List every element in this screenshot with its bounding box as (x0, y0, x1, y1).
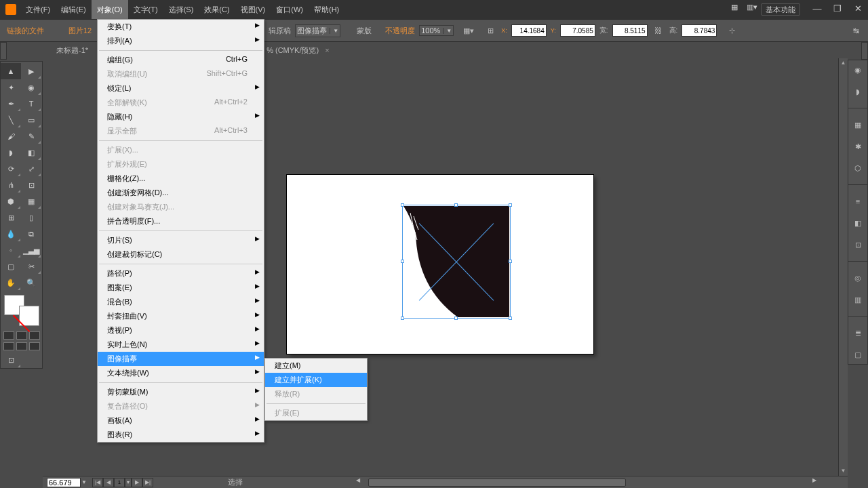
minimize-button[interactable]: — (807, 3, 827, 16)
menubar-item[interactable]: 选择(S) (163, 0, 199, 19)
color-mode-row[interactable] (1, 330, 42, 341)
menu-item[interactable]: 创建渐变网格(D)... (98, 186, 264, 200)
lasso-tool[interactable]: ◉ (21, 79, 41, 96)
first-artboard-button[interactable]: |◀ (92, 478, 103, 487)
menu-item[interactable]: 锁定(L)▶ (98, 81, 264, 96)
pen-tool[interactable]: ✒ (1, 96, 21, 112)
menu-item[interactable]: 拼合透明度(F)... (98, 214, 264, 228)
link-wh-icon[interactable]: ⛓ (652, 24, 665, 37)
object-menu[interactable]: 变换(T)▶排列(A)▶编组(G)Ctrl+G取消编组(U)Shift+Ctrl… (97, 19, 264, 443)
layers-panel-icon[interactable]: ≣ (851, 326, 865, 340)
y-input[interactable] (560, 24, 595, 37)
color-guide-panel-icon[interactable]: ◗ (851, 85, 865, 98)
free-transform-tool[interactable]: ⊡ (21, 177, 41, 193)
transparency-panel-icon[interactable]: ⊡ (851, 238, 865, 251)
rectangle-tool[interactable]: ▭ (21, 112, 41, 128)
menu-item[interactable]: 透视(P)▶ (98, 323, 264, 338)
gradient-panel-icon[interactable]: ◧ (851, 216, 865, 230)
workspace-switcher[interactable]: 基本功能 (761, 3, 800, 16)
x-input[interactable] (511, 24, 547, 37)
line-tool[interactable]: ╲ (1, 112, 21, 128)
last-artboard-button[interactable]: ▶| (142, 478, 153, 487)
scale-tool[interactable]: ⤢ (21, 161, 41, 177)
selection-tool[interactable]: ▲ (1, 63, 21, 79)
menubar-item[interactable]: 效果(C) (199, 0, 235, 19)
menubar-item[interactable]: 编辑(E) (56, 0, 92, 19)
blend-tool[interactable]: ⧉ (21, 226, 41, 242)
menu-item[interactable]: 图表(R)▶ (98, 428, 264, 442)
tab-close-icon[interactable]: × (325, 46, 329, 54)
appearance-panel-icon[interactable]: ◎ (851, 271, 865, 285)
artboard-tool[interactable]: ▢ (1, 258, 21, 274)
edit-original-button[interactable]: 辑原稿 (269, 26, 291, 36)
menu-item[interactable]: 切片(S)▶ (98, 233, 264, 247)
linked-file-label[interactable]: 链接的文件 (7, 26, 44, 36)
column-graph-tool[interactable]: ▁▃▅ (21, 242, 41, 258)
graphic-styles-panel-icon[interactable]: ▥ (851, 293, 865, 306)
perspective-grid-tool[interactable]: ▦ (21, 193, 41, 209)
left-dock-grip[interactable] (0, 42, 7, 60)
symbol-sprayer-tool[interactable]: ◦ (1, 242, 21, 258)
mesh-tool[interactable]: ⊞ (1, 209, 21, 226)
slice-tool[interactable]: ✂ (21, 258, 41, 274)
rotate-tool[interactable]: ⟳ (1, 161, 21, 177)
mask-button[interactable]: 蒙版 (357, 26, 372, 36)
eraser-tool[interactable]: ◧ (21, 144, 41, 161)
menu-item[interactable]: 封套扭曲(V)▶ (98, 309, 264, 323)
menu-item[interactable]: 编组(G)Ctrl+G (98, 53, 264, 67)
zoom-input[interactable] (47, 478, 81, 487)
image-trace-submenu[interactable]: 建立(M)建立并扩展(K)释放(R)扩展(E) (264, 358, 368, 421)
vertical-scrollbar[interactable]: ▲▼ (838, 58, 848, 476)
menu-item[interactable]: 创建裁切标记(C) (98, 247, 264, 262)
arrange-icon[interactable]: ▥▾ (743, 3, 761, 16)
gradient-tool[interactable]: ▯ (21, 209, 41, 226)
type-tool[interactable]: T (21, 96, 41, 112)
menu-item[interactable]: 图案(E)▶ (98, 281, 264, 295)
artboard-number-input[interactable]: 1 (114, 478, 125, 487)
zoom-tool[interactable]: 🔍 (21, 274, 41, 291)
menu-item[interactable]: 变换(T)▶ (98, 20, 264, 34)
direct-selection-tool[interactable]: ▶ (21, 63, 41, 79)
brushes-panel-icon[interactable]: ✱ (851, 140, 865, 153)
image-trace-dropdown[interactable]: 图像描摹▼ (295, 24, 340, 37)
horizontal-scrollbar[interactable]: ◀ ▶ (355, 477, 818, 488)
reference-point-icon[interactable]: ⊞ (484, 24, 497, 37)
color-panel-icon[interactable]: ◉ (851, 63, 865, 77)
hand-tool[interactable]: ✋ (1, 274, 21, 291)
width-tool[interactable]: ⋔ (1, 177, 21, 193)
image-label[interactable]: 图片12 (68, 26, 92, 36)
menu-item[interactable]: 隐藏(H)▶ (98, 110, 264, 124)
close-button[interactable]: ✕ (848, 3, 868, 16)
magic-wand-tool[interactable]: ✦ (1, 79, 21, 96)
menubar-item[interactable]: 文字(T) (128, 0, 163, 19)
fill-stroke-swatch[interactable] (3, 293, 41, 327)
maximize-button[interactable]: ❐ (827, 3, 848, 16)
menu-item[interactable]: 栅格化(Z)... (98, 171, 264, 186)
menu-item[interactable]: 剪切蒙版(M)▶ (98, 385, 264, 399)
transform-panel-icon[interactable]: ⊹ (725, 24, 738, 37)
screen-mode-tool[interactable]: ⊡ (1, 352, 21, 368)
draw-mode-row[interactable] (1, 341, 42, 352)
w-input[interactable] (612, 24, 648, 37)
menu-item[interactable]: 图像描摹▶ (98, 352, 264, 366)
menu-item[interactable]: 路径(P)▶ (98, 266, 264, 281)
swatches-panel-icon[interactable]: ▦ (851, 118, 865, 131)
next-artboard-button[interactable]: ▶ (132, 478, 142, 487)
right-dock-grip[interactable] (861, 42, 868, 60)
menu-item[interactable]: 建立并扩展(K) (265, 373, 367, 387)
shape-builder-tool[interactable]: ⬢ (1, 193, 21, 209)
artboard-nav[interactable]: |◀ ◀ 1 ▾ ▶ ▶| (92, 478, 153, 487)
opacity-value[interactable]: 100%▼ (419, 25, 454, 36)
blob-brush-tool[interactable]: ◗ (1, 144, 21, 161)
menu-item[interactable]: 建立(M) (265, 359, 367, 373)
menubar-item[interactable]: 帮助(H) (309, 0, 344, 19)
symbols-panel-icon[interactable]: ⬡ (851, 161, 865, 175)
prev-artboard-button[interactable]: ◀ (103, 478, 114, 487)
h-input[interactable] (682, 24, 717, 37)
selection-box[interactable] (402, 205, 511, 319)
menubar-item[interactable]: 对象(O) (92, 0, 128, 19)
menu-item[interactable]: 文本绕排(W)▶ (98, 366, 264, 380)
paintbrush-tool[interactable]: 🖌 (1, 128, 21, 144)
pencil-tool[interactable]: ✎ (21, 128, 41, 144)
align-icon[interactable]: ▦▾ (462, 24, 475, 37)
